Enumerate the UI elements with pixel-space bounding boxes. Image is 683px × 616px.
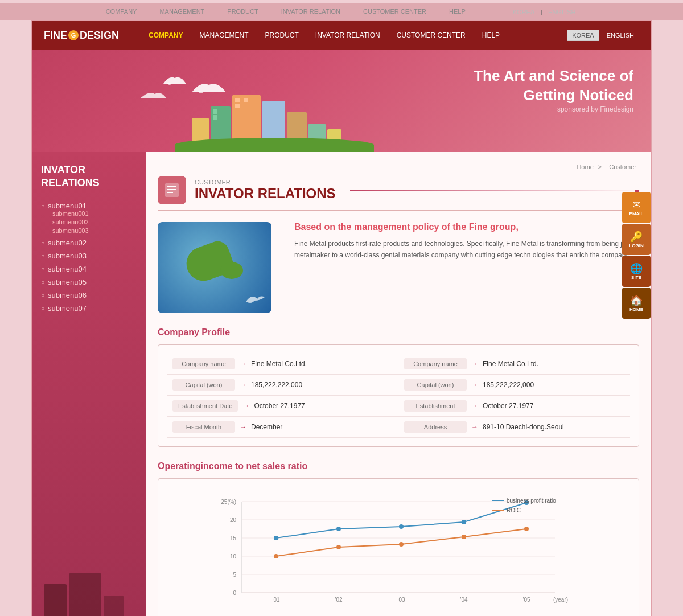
top-nav-invator[interactable]: INVATOR RELATION	[281, 8, 340, 15]
nav-company[interactable]: COMPANY	[142, 28, 190, 42]
sidebar-sub-002[interactable]: submenu002	[52, 219, 138, 225]
page-title-area: CUSTOMER INVATOR RELATIONS	[158, 176, 639, 211]
content-section: Based on the management policy of the Fi…	[158, 222, 639, 313]
nav-help[interactable]: HELP	[475, 28, 507, 42]
svg-rect-3	[167, 192, 173, 193]
svg-text:ROIC: ROIC	[507, 507, 521, 514]
arrow-icon-2: →	[240, 381, 246, 389]
svg-text:10: 10	[230, 553, 237, 560]
sidebar-item-submenu05[interactable]: submenu05	[41, 278, 138, 286]
profile-label-name-r: Company name	[404, 358, 467, 369]
hero-tagline: The Art and Science of Getting Noticed	[474, 67, 633, 105]
sidebar-item-submenu03[interactable]: submenu03	[41, 252, 138, 260]
svg-rect-1	[167, 186, 176, 187]
sidebar-sub-003[interactable]: submenu003	[52, 227, 138, 234]
nav-management[interactable]: MANAGEMENT	[192, 28, 255, 42]
sidebar-item-submenu01[interactable]: submenu01	[41, 202, 138, 210]
svg-point-24	[336, 527, 341, 531]
profile-label-capital-r: Capital (won)	[404, 379, 467, 391]
profile-left-col: Company name → Fine Metal Co.Ltd. Capita…	[167, 354, 398, 438]
top-nav-customer[interactable]: CUSTOMER CENTER	[363, 8, 426, 15]
profile-label-name-l: Company name	[172, 358, 235, 369]
home-icon: 🏠	[630, 294, 643, 307]
nav-customer[interactable]: CUSTOMER CENTER	[390, 28, 472, 42]
globe-land-2	[220, 262, 243, 279]
hero-text: The Art and Science of Getting Noticed s…	[474, 67, 633, 113]
arrow-icon-4: →	[240, 423, 246, 431]
home-button[interactable]: 🏠 HOME	[622, 288, 651, 319]
top-nav-product[interactable]: PRODUCT	[227, 8, 258, 15]
svg-text:5: 5	[233, 572, 236, 578]
profile-value-est-l: October 27.1977	[254, 402, 305, 410]
profile-value-capital-l: 185,222,222,000	[251, 381, 302, 389]
logo-design: DESIGN	[80, 30, 119, 42]
company-profile-section: Company Profile Company name → Fine Meta…	[158, 327, 639, 447]
svg-point-30	[399, 542, 404, 547]
page-subtitle: CUSTOMER	[195, 179, 336, 186]
svg-text:0: 0	[233, 590, 236, 596]
site-header: FINE G DESIGN COMPANY MANAGEMENT PRODUCT…	[32, 21, 651, 50]
top-nav-help[interactable]: HELP	[449, 8, 466, 15]
sidebar-item-submenu02[interactable]: submenu02	[41, 239, 138, 247]
arrow-icon-3: →	[242, 402, 249, 410]
globe-area	[158, 222, 283, 313]
sidebar-item-submenu04[interactable]: submenu04	[41, 265, 138, 273]
content-heading: Based on the management policy of the Fi…	[294, 222, 639, 232]
profile-row-addr-right: Address → 891-10 Daechi-dong.Seoul	[398, 417, 630, 438]
svg-point-26	[462, 520, 466, 524]
chart-section-title: Operatingincome to net sales ratio	[158, 461, 639, 471]
profile-row-est-right: Establishment → October 27.1977	[398, 396, 630, 417]
chart-section: Operatingincome to net sales ratio	[158, 461, 639, 616]
sidebar-item-submenu06[interactable]: submenu06	[41, 291, 138, 299]
sidebar-sub-001[interactable]: submenu001	[52, 210, 138, 217]
svg-point-23	[274, 536, 278, 540]
arrow-icon-1: →	[240, 360, 246, 368]
dove-icon	[243, 290, 266, 307]
email-label: EMAIL	[629, 211, 644, 216]
profile-value-est-r: October 27.1977	[483, 402, 533, 410]
nav-invator[interactable]: INVATOR RELATION	[308, 28, 387, 42]
korea-button[interactable]: KOREA	[567, 30, 599, 41]
arrow-icon-7: →	[471, 402, 478, 410]
email-button[interactable]: ✉ EMAIL	[622, 192, 651, 223]
content-body: Fine Metal products first-rate products …	[294, 238, 639, 261]
content-wrapper: INVATORRELATIONS submenu01 submenu001 su…	[32, 152, 651, 616]
page-icon	[158, 176, 186, 204]
profile-section-title: Company Profile	[158, 327, 639, 338]
profile-row-capital-left: Capital (won) → 185,222,222,000	[167, 375, 398, 396]
profile-label-fiscal-l: Fiscal Month	[172, 421, 235, 433]
svg-text:'01: '01	[272, 597, 279, 603]
top-nav-company[interactable]: COMPANY	[106, 8, 137, 15]
buildings-illustration	[192, 95, 342, 152]
profile-row-name-right: Company name → Fine Metal Co.Ltd.	[398, 354, 630, 375]
nav-product[interactable]: PRODUCT	[258, 28, 306, 42]
profile-value-addr-r: 891-10 Daechi-dong.Seoul	[483, 423, 564, 431]
login-button[interactable]: 🔑 LOGIN	[622, 224, 651, 255]
profile-value-capital-r: 185,222,222,000	[483, 381, 534, 389]
site-logo: FINE G DESIGN	[44, 30, 119, 42]
language-switcher: KOREA ENGLISH	[567, 30, 639, 41]
profile-row-capital-right: Capital (won) → 185,222,222,000	[398, 375, 630, 396]
sidebar-menu: submenu01 submenu001 submenu002 submenu0…	[41, 202, 138, 313]
logo-fine: FINE	[44, 30, 67, 42]
hero-sponsor: sponsored by Finedesign	[474, 105, 633, 113]
profile-row-fiscal-left: Fiscal Month → December	[167, 417, 398, 438]
hero-section: The Art and Science of Getting Noticed s…	[32, 50, 651, 152]
svg-text:business profit ratio: business profit ratio	[507, 498, 556, 504]
svg-text:'05: '05	[522, 597, 530, 603]
profile-row-est-left: Establishment Date → October 27.1977	[167, 396, 398, 417]
top-nav-bar: COMPANY MANAGEMENT PRODUCT INVATOR RELAT…	[0, 3, 683, 20]
svg-text:'03: '03	[397, 597, 405, 603]
text-area: Based on the management policy of the Fi…	[294, 222, 639, 313]
top-lang-korea[interactable]: KOREA	[513, 9, 535, 15]
english-button[interactable]: ENGLISH	[602, 30, 639, 41]
site-label: SITE	[631, 275, 641, 280]
key-icon: 🔑	[630, 231, 643, 243]
sidebar-item-submenu07[interactable]: submenu07	[41, 304, 138, 313]
profile-value-fiscal-l: December	[251, 423, 282, 431]
breadcrumb-home[interactable]: Home	[577, 163, 593, 170]
top-nav-management[interactable]: MANAGEMENT	[159, 8, 204, 15]
site-button[interactable]: 🌐 SITE	[622, 256, 651, 287]
top-lang-english[interactable]: ENGLISH	[548, 9, 575, 15]
main-content: Home > Customer CUSTOMER INVATOR RELATIO…	[146, 152, 651, 616]
